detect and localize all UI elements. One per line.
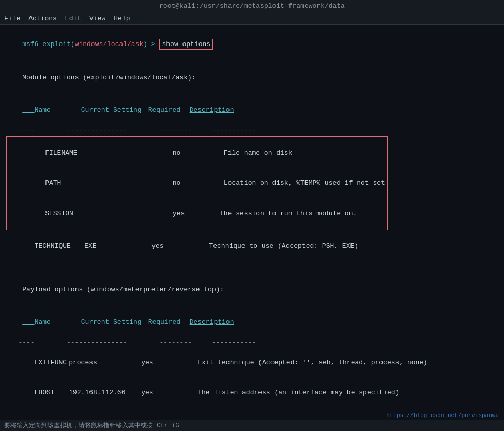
command-line-1: msf6 exploit(windows/local/ask) > show o…	[6, 29, 498, 60]
table2-separator: ---- --------------- -------- ----------…	[6, 337, 498, 348]
table1-row-filename: FILENAMEno File name on disk	[7, 138, 387, 168]
table2-row-exitfunc: EXITFUNCprocessyes Exit technique (Accep…	[6, 347, 498, 378]
module-options-header: Module options (exploit/windows/local/as…	[6, 63, 498, 93]
title-bar: root@kali:/usr/share/metasploit-framewor…	[0, 0, 504, 12]
highlighted-rows: FILENAMEno File name on disk PATHno Loca…	[6, 136, 388, 230]
table2-row-lhost: LHOST192.168.112.66yes The listen addres…	[6, 378, 498, 408]
menu-edit[interactable]: Edit	[65, 14, 81, 22]
terminal: msf6 exploit(windows/local/ask) > show o…	[0, 25, 504, 415]
title-text: root@kali:/usr/share/metasploit-framewor…	[159, 2, 345, 10]
table1-separator: ---- --------------- -------- ----------…	[6, 125, 498, 136]
watermark: https://blog.csdn.net/purvispanwu	[386, 412, 499, 419]
table1-row-session: SESSIONyes The session to run this modul…	[7, 198, 387, 229]
table1-header: NameCurrent SettingRequiredDescription	[6, 95, 498, 125]
payload-options-header: Payload options (windows/meterpreter/rev…	[6, 275, 498, 305]
table1-row-technique: TECHNIQUEEXEyes Technique to use (Accept…	[6, 231, 498, 262]
command-show-options: show options	[159, 39, 213, 50]
menu-file[interactable]: File	[4, 14, 20, 22]
menu-actions[interactable]: Actions	[28, 14, 57, 22]
status-bar-left: 要将输入定向到该虚拟机，请将鼠标指针移入其中或按 Ctrl+G	[4, 421, 179, 430]
table2-header: NameCurrent SettingRequiredDescription	[6, 307, 498, 337]
menu-bar: File Actions Edit View Help	[0, 12, 504, 25]
blank-1	[6, 261, 498, 272]
status-bar: 要将输入定向到该虚拟机，请将鼠标指针移入其中或按 Ctrl+G	[0, 420, 504, 431]
prompt-msf6-1: msf6 exploit(windows/local/ask) >	[22, 40, 159, 48]
menu-view[interactable]: View	[89, 14, 105, 22]
table1-row-path: PATHno Location on disk, %TEMP% used if …	[7, 168, 387, 199]
menu-help[interactable]: Help	[114, 14, 130, 22]
